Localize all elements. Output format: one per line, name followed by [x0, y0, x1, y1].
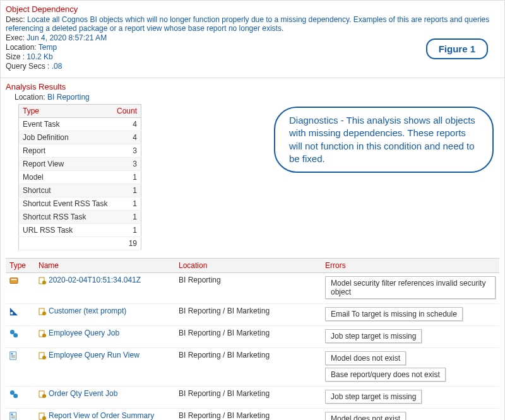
desc-row: Desc: Locate all Cognos BI objects which… [6, 15, 499, 33]
location-label: Location: [6, 43, 37, 52]
row-type-icon [6, 273, 35, 304]
summary-total: 19 [112, 237, 141, 250]
svg-point-24 [42, 394, 46, 398]
summary-count: 4 [112, 131, 141, 144]
results-header-errors: Errors [321, 259, 499, 273]
size-label: Size : [6, 52, 25, 61]
svg-rect-14 [11, 353, 13, 354]
summary-table: Type Count Event Task4Job Definition4Rep… [18, 104, 141, 250]
summary-type: Report [19, 144, 113, 158]
svg-rect-29 [11, 417, 15, 418]
summary-header-count: Count [112, 105, 141, 118]
row-errors: Model security filter references invalid… [321, 273, 499, 304]
summary-type: Shortcut [19, 184, 113, 197]
summary-row: Report View3 [19, 158, 141, 171]
object-icon [39, 276, 49, 284]
results-row: 2020-02-04T10:51:34.041ZBI ReportingMode… [6, 273, 499, 304]
analysis-location-row: Location: BI Reporting [15, 93, 499, 102]
summary-type: Event Task [19, 118, 113, 131]
object-name-link[interactable]: Order Qty Event Job [49, 389, 117, 398]
results-row: Report View of Order SummaryBI Reporting… [6, 409, 499, 421]
svg-line-22 [13, 393, 15, 395]
object-name-link[interactable]: Employee Query Run View [49, 351, 140, 359]
results-row: Employee Query Run ViewBI Reporting / BI… [6, 348, 499, 387]
summary-count: 1 [112, 171, 141, 184]
row-location: BI Reporting / BI Marketing [175, 387, 321, 409]
summary-row: Shortcut1 [19, 184, 141, 197]
summary-header-type: Type [19, 105, 113, 118]
summary-count: 3 [112, 158, 141, 171]
row-errors: Model does not existBase report/query do… [321, 348, 499, 387]
results-header-name: Name [35, 259, 175, 273]
svg-rect-17 [11, 357, 15, 358]
error-chip: Email To target is missing in schedule [325, 307, 463, 321]
summary-type: URL RSS Task [19, 224, 113, 237]
svg-point-31 [42, 416, 46, 420]
report-title: Object Dependency [6, 4, 499, 14]
row-errors: Model does not existBase report/query do… [321, 409, 499, 421]
object-icon [39, 306, 49, 315]
svg-point-7 [42, 312, 46, 315]
summary-count: 1 [112, 224, 141, 237]
svg-line-10 [13, 332, 15, 335]
row-type-icon [6, 326, 35, 348]
query-secs-value: .08 [52, 62, 62, 71]
results-row: Order Qty Event JobBI Reporting / BI Mar… [6, 387, 499, 409]
exec-link[interactable]: Jun 4, 2020 8:57:21 AM [27, 33, 107, 42]
error-chip: Model security filter references invalid… [325, 276, 496, 299]
figure-badge: Figure 1 [426, 38, 488, 59]
object-name-link[interactable]: Customer (text prompt) [49, 306, 126, 315]
svg-rect-0 [10, 277, 18, 283]
row-type-icon [6, 409, 35, 421]
summary-type: Shortcut RSS Task [19, 211, 113, 224]
query-secs-label: Query Secs : [6, 62, 49, 71]
location-link[interactable]: Temp [39, 43, 57, 52]
diagnostics-callout: Diagnostics - This analysis shows all ob… [274, 107, 494, 173]
size-row: Size : 10.2 Kb [6, 52, 499, 61]
row-type-icon [6, 304, 35, 326]
results-row: Customer (text prompt)BI Reporting / BI … [6, 304, 499, 326]
summary-row: Job Definition4 [19, 131, 141, 144]
summary-row: Report3 [19, 144, 141, 158]
row-type-icon [6, 387, 35, 409]
svg-rect-5 [11, 312, 13, 315]
summary-count: 1 [112, 211, 141, 224]
results-row: Employee Query JobBI Reporting / BI Mark… [6, 326, 499, 348]
exec-row: Exec: Jun 4, 2020 8:57:21 AM [6, 33, 499, 42]
results-header-location: Location [175, 259, 321, 273]
row-location: BI Reporting [175, 273, 321, 304]
object-name-link[interactable]: Report View of Order Summary [49, 411, 154, 420]
summary-count: 1 [112, 197, 141, 211]
svg-rect-27 [11, 416, 15, 416]
error-chip: Job step target is missing [325, 390, 422, 404]
object-name-link[interactable]: 2020-02-04T10:51:34.041Z [49, 276, 141, 284]
object-icon [39, 329, 49, 337]
object-name-link[interactable]: Employee Query Job [49, 329, 119, 337]
location-row: Location: Temp [6, 43, 499, 52]
summary-row: Event Task4 [19, 118, 141, 131]
row-errors: Job step target is missing [321, 326, 499, 348]
error-chip: Model does not exist [325, 351, 406, 365]
exec-label: Exec: [6, 33, 25, 42]
row-errors: Job step target is missing [321, 387, 499, 409]
object-icon [39, 389, 49, 398]
query-secs-row: Query Secs : .08 [6, 62, 499, 71]
summary-count: 4 [112, 118, 141, 131]
desc-link[interactable]: Locate all Cognos BI objects which will … [6, 15, 489, 33]
svg-point-3 [42, 281, 46, 284]
row-location: BI Reporting / BI Marketing [175, 326, 321, 348]
summary-total-row: 19 [19, 237, 141, 250]
svg-point-12 [42, 334, 46, 337]
results-table: Type Name Location Errors 2020-02-04T10:… [6, 258, 499, 420]
svg-rect-28 [11, 417, 15, 417]
analysis-title: Analysis Results [6, 82, 499, 91]
desc-label: Desc: [6, 15, 25, 24]
summary-row: Model1 [19, 171, 141, 184]
svg-rect-26 [11, 413, 13, 415]
object-icon [39, 351, 49, 359]
header-block: Object Dependency Desc: Locate all Cogno… [6, 4, 499, 74]
results-header-type: Type [6, 259, 35, 273]
summary-row: Shortcut RSS Task1 [19, 211, 141, 224]
analysis-location-link[interactable]: BI Reporting [47, 93, 90, 102]
summary-type: Report View [19, 158, 113, 171]
